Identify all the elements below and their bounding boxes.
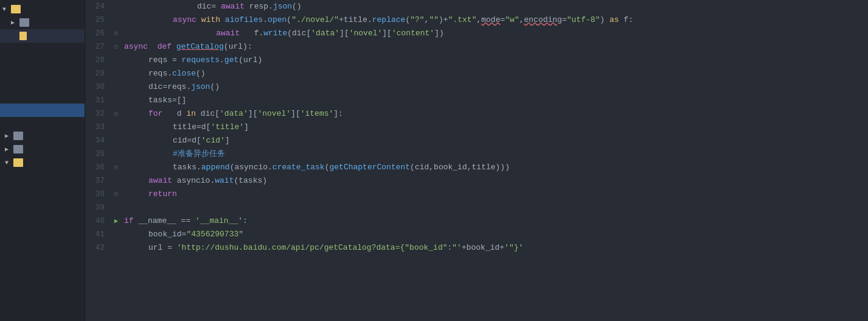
code-line-36: 36 ⊟ tasks.append(asyncio.create_task(ge…	[85, 161, 868, 174]
line-num-29: 29	[85, 67, 111, 80]
file-icon-1	[19, 32, 27, 40]
line-num-32: 32	[85, 107, 111, 121]
line-num-39: 39	[85, 201, 111, 214]
gutter-34	[111, 134, 122, 147]
gutter-24	[111, 0, 122, 13]
folder-icon-1	[11, 5, 21, 13]
active-line-sidebar	[0, 104, 85, 117]
sidebar-item-5[interactable]: ▶	[0, 143, 85, 156]
line-content-36: tasks.append(asyncio.create_task(getChap…	[122, 161, 868, 174]
line-content-41: book_id="4356290733"	[122, 228, 868, 241]
editor-container: ▼ ▶ ▶ ▶ ▼ 24	[0, 0, 868, 321]
line-num-24: 24	[85, 0, 111, 13]
code-area[interactable]: 24 dic= await resp.json() 25 async with …	[85, 0, 868, 321]
line-num-35: 35	[85, 147, 111, 161]
gutter-25	[111, 13, 122, 27]
gutter-35	[111, 147, 122, 161]
code-lines: 24 dic= await resp.json() 25 async with …	[85, 0, 868, 255]
gutter-37	[111, 174, 122, 188]
code-line-29: 29 reqs.close()	[85, 67, 868, 80]
code-line-38: 38 ⊟ return	[85, 188, 868, 201]
line-num-28: 28	[85, 54, 111, 67]
gutter-41	[111, 228, 122, 241]
line-num-40: 40	[85, 214, 111, 228]
sidebar-item-1[interactable]: ▼	[0, 2, 85, 16]
line-content-30: dic=reqs.json()	[122, 80, 868, 94]
gutter-26: ⊟	[111, 27, 122, 40]
line-num-41: 41	[85, 228, 111, 241]
gutter-36: ⊟	[111, 161, 122, 174]
arrow-icon-5: ▶	[5, 146, 13, 153]
line-content-25: async with aiofiles.open("./novel/"+titl…	[122, 13, 868, 27]
line-content-27: async def getCatalog(url):	[122, 40, 868, 54]
code-line-39: 39	[85, 201, 868, 214]
line-content-40: if __name__ == '__main__':	[122, 214, 868, 228]
folder-icon-2	[19, 18, 29, 27]
line-num-27: 27	[85, 40, 111, 54]
folder-icon-3	[13, 132, 23, 140]
gutter-40: ▶	[111, 214, 122, 228]
code-line-34: 34 cid=d['cid']	[85, 134, 868, 147]
line-content-33: title=d['title']	[122, 121, 868, 134]
code-line-32: 32 ⊟ for d in dic['data']['novel']['item…	[85, 107, 868, 121]
line-content-42: url = 'http://dushu.baidu.com/api/pc/get…	[122, 241, 868, 255]
gutter-39	[111, 201, 122, 214]
gutter-33	[111, 121, 122, 134]
code-line-35: 35 #准备异步任务	[85, 147, 868, 161]
line-content-35: #准备异步任务	[122, 147, 868, 161]
code-line-26: 26 ⊟ await f.write(dic['data']['novel'][…	[85, 27, 868, 40]
folder-icon-4	[13, 145, 23, 153]
code-line-31: 31 tasks=[]	[85, 94, 868, 107]
line-content-24: dic= await resp.json()	[122, 0, 868, 13]
run-arrow-40[interactable]: ▶	[114, 214, 119, 228]
line-num-25: 25	[85, 13, 111, 27]
sidebar-item-4[interactable]: ▶	[0, 129, 85, 143]
fold-26[interactable]: ⊟	[114, 27, 119, 40]
code-line-41: 41 book_id="4356290733"	[85, 228, 868, 241]
gutter-28	[111, 54, 122, 67]
line-num-34: 34	[85, 134, 111, 147]
line-content-38: return	[122, 188, 868, 201]
code-line-33: 33 title=d['title']	[85, 121, 868, 134]
code-line-37: 37 await asyncio.wait(tasks)	[85, 174, 868, 188]
code-line-42: 42 url = 'http://dushu.baidu.com/api/pc/…	[85, 241, 868, 255]
gutter-38: ⊟	[111, 188, 122, 201]
fold-32[interactable]: ⊟	[114, 107, 119, 121]
line-num-26: 26	[85, 27, 111, 40]
line-num-31: 31	[85, 94, 111, 107]
arrow-icon-4: ▶	[5, 132, 13, 139]
line-content-39	[122, 201, 868, 214]
arrow-icon: ▼	[2, 6, 11, 13]
gutter-31	[111, 94, 122, 107]
line-num-38: 38	[85, 188, 111, 201]
code-line-24: 24 dic= await resp.json()	[85, 0, 868, 13]
line-num-33: 33	[85, 121, 111, 134]
sidebar-item-3[interactable]	[0, 29, 85, 43]
sidebar-item-2[interactable]: ▶	[0, 16, 85, 29]
code-line-25: 25 async with aiofiles.open("./novel/"+t…	[85, 13, 868, 27]
fold-38[interactable]: ⊟	[114, 188, 119, 201]
gutter-27: ⊟	[111, 40, 122, 54]
code-line-30: 30 dic=reqs.json()	[85, 80, 868, 94]
line-content-26: await f.write(dic['data']['novel']['cont…	[122, 27, 868, 40]
code-line-27: 27 ⊟ async def getCatalog(url):	[85, 40, 868, 54]
line-num-36: 36	[85, 161, 111, 174]
line-content-34: cid=d['cid']	[122, 134, 868, 147]
sidebar: ▼ ▶ ▶ ▶ ▼	[0, 0, 85, 321]
gutter-29	[111, 67, 122, 80]
gutter-32: ⊟	[111, 107, 122, 121]
gutter-42	[111, 241, 122, 255]
fold-27[interactable]: ⊟	[114, 40, 119, 54]
line-content-32: for d in dic['data']['novel']['items']:	[122, 107, 868, 121]
sidebar-item-6[interactable]: ▼	[0, 156, 85, 169]
fold-36[interactable]: ⊟	[114, 161, 119, 174]
line-content-31: tasks=[]	[122, 94, 868, 107]
line-content-37: await asyncio.wait(tasks)	[122, 174, 868, 188]
line-content-28: reqs = requests.get(url)	[122, 54, 868, 67]
folder-icon-5	[13, 158, 23, 167]
gutter-30	[111, 80, 122, 94]
line-num-37: 37	[85, 174, 111, 188]
line-num-42: 42	[85, 241, 111, 255]
code-line-40: 40 ▶ if __name__ == '__main__':	[85, 214, 868, 228]
code-line-28: 28 reqs = requests.get(url)	[85, 54, 868, 67]
